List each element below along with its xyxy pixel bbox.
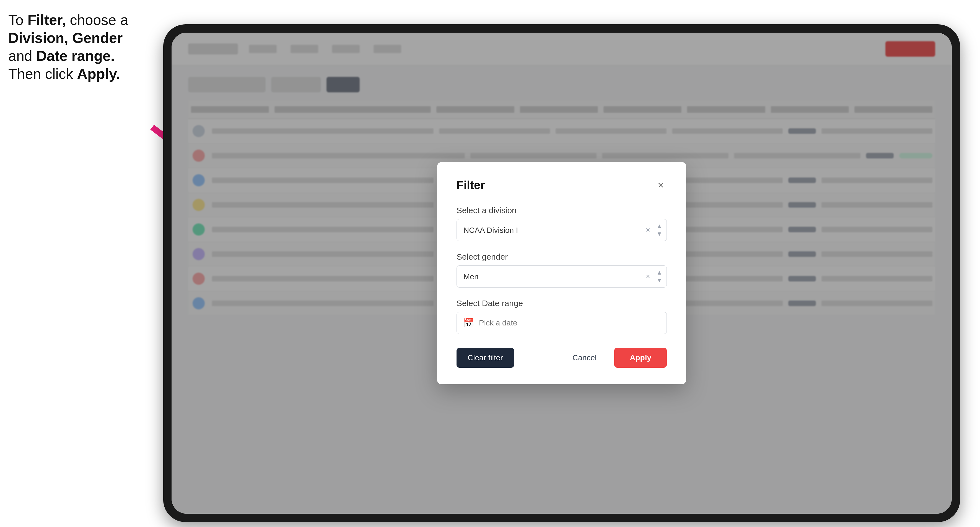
- division-select[interactable]: NCAA Division I NCAA Division II NCAA Di…: [457, 219, 667, 241]
- gender-form-group: Select gender Men Women Mixed × ▲ ▼: [457, 252, 667, 287]
- gender-label: Select gender: [457, 252, 667, 262]
- date-input-wrapper: 📅: [457, 312, 667, 334]
- modal-close-button[interactable]: ×: [655, 179, 667, 191]
- modal-footer-actions: Cancel Apply: [562, 348, 667, 368]
- modal-header: Filter ×: [457, 179, 667, 192]
- division-select-wrapper: NCAA Division I NCAA Division II NCAA Di…: [457, 219, 667, 241]
- gender-select[interactable]: Men Women Mixed: [457, 265, 667, 287]
- tablet-screen: Filter × Select a division NCAA Division…: [172, 33, 952, 514]
- date-input[interactable]: [457, 312, 667, 334]
- filter-modal: Filter × Select a division NCAA Division…: [437, 162, 686, 384]
- cancel-button[interactable]: Cancel: [562, 348, 608, 368]
- date-form-group: Select Date range 📅: [457, 298, 667, 334]
- division-form-group: Select a division NCAA Division I NCAA D…: [457, 206, 667, 241]
- instruction-text: To Filter, choose a Division, Gender and…: [8, 11, 163, 83]
- modal-overlay: Filter × Select a division NCAA Division…: [172, 33, 952, 514]
- apply-button[interactable]: Apply: [614, 348, 667, 368]
- tablet-frame: Filter × Select a division NCAA Division…: [163, 24, 960, 522]
- modal-footer: Clear filter Cancel Apply: [457, 348, 667, 368]
- date-label: Select Date range: [457, 298, 667, 308]
- division-label: Select a division: [457, 206, 667, 215]
- clear-filter-button[interactable]: Clear filter: [457, 348, 514, 368]
- gender-select-wrapper: Men Women Mixed × ▲ ▼: [457, 265, 667, 287]
- modal-title: Filter: [457, 179, 485, 192]
